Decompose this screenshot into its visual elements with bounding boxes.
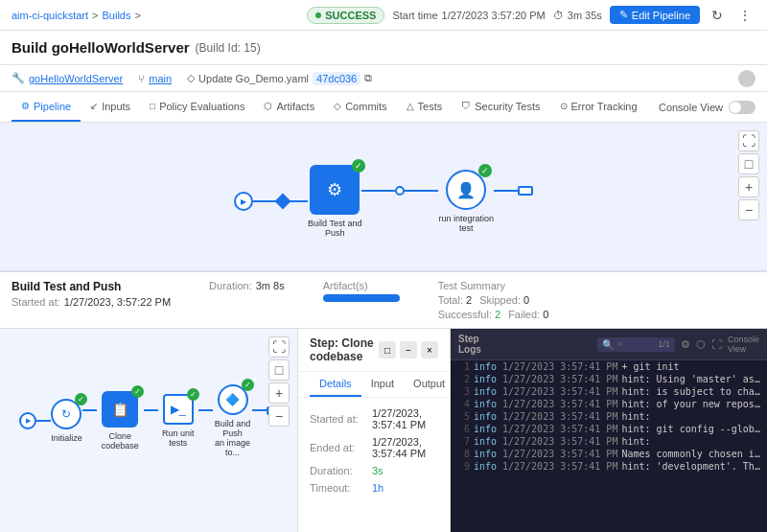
pipeline-flow-top: ▶ ⚙ ✓ Build Test andPush bbox=[0, 123, 767, 270]
logs-controls: 🔍 1/1 ⚙ ⬡ ⛶ Console View bbox=[597, 335, 759, 354]
sub-bar: 🔧 goHelloWorldServer ⑂ main ◇ Update Go_… bbox=[0, 65, 767, 92]
logs-body: 1 info 1/27/2023 3:57:41 PM + git init 2… bbox=[451, 360, 767, 532]
step-detail-title: Step: Clone codebase bbox=[310, 336, 379, 363]
pipeline-diamond-1 bbox=[277, 192, 289, 211]
lower-fullscreen-button[interactable]: ⛶ bbox=[268, 336, 290, 358]
branch-item: ⑂ main bbox=[138, 73, 172, 84]
log-msg: hint: git config --global init.defaul bbox=[621, 424, 761, 434]
log-level: info bbox=[474, 436, 499, 447]
tab-security[interactable]: ⛉ Security Tests bbox=[452, 92, 549, 122]
step-tab-details[interactable]: Details bbox=[310, 372, 361, 397]
logs-settings-button[interactable]: ⚙ bbox=[681, 338, 690, 351]
build-duration-value: 3m 8s bbox=[256, 280, 285, 291]
tab-artifacts[interactable]: ⬡ Artifacts bbox=[254, 92, 324, 122]
log-msg: Names commonly chosen instead of bbox=[621, 449, 761, 459]
tab-commits[interactable]: ◇ Commits bbox=[324, 92, 396, 122]
zoom-in-button[interactable]: + bbox=[738, 176, 759, 197]
log-msg: hint: is subject to change. To configur bbox=[621, 386, 761, 397]
build-started-value: 1/27/2023, 3:57:22 PM bbox=[64, 296, 171, 308]
nav-tabs: ⚙ Pipeline ↙ Inputs □ Policy Evaluations… bbox=[0, 92, 767, 123]
console-view-toggle-switch[interactable] bbox=[729, 101, 755, 114]
edit-pipeline-button[interactable]: ✎ Edit Pipeline bbox=[610, 6, 700, 24]
tab-artifacts-label: Artifacts bbox=[276, 101, 314, 112]
tab-error[interactable]: ⊙ Error Tracking bbox=[550, 92, 647, 122]
console-view-label: Console View bbox=[659, 102, 723, 113]
logs-console-label: Console View bbox=[728, 335, 759, 354]
start-circle: ▶ bbox=[234, 192, 253, 211]
lower-start-icon: ▶ bbox=[26, 417, 31, 425]
tab-tests[interactable]: △ Tests bbox=[397, 92, 453, 122]
more-options-button[interactable]: ⋮ bbox=[734, 6, 755, 25]
build-stage-node[interactable]: ⚙ ✓ Build Test andPush bbox=[308, 165, 361, 238]
lower-unit-node[interactable]: ▶_ ✓ Run unit tests bbox=[158, 394, 198, 448]
log-num: 1 bbox=[456, 361, 470, 372]
log-time: 1/27/2023 3:57:41 PM bbox=[502, 361, 617, 372]
test-failed: Failed: 0 bbox=[508, 309, 548, 320]
log-level: info bbox=[474, 411, 499, 422]
build-duration-row: Duration: 3m 8s bbox=[209, 280, 285, 291]
commit-msg: Update Go_Demo.yaml bbox=[198, 73, 309, 84]
duration-value: 3m 35s bbox=[568, 10, 602, 21]
log-row: 5 info 1/27/2023 3:57:41 PM hint: bbox=[451, 410, 767, 423]
log-row: 1 info 1/27/2023 3:57:41 PM + git init bbox=[451, 360, 767, 373]
title-bar: Build goHelloWorldServer (Build Id: 15) bbox=[0, 31, 767, 65]
lower-conn-2 bbox=[82, 409, 97, 411]
page-title-text: Build goHelloWorldServer bbox=[12, 39, 190, 56]
refresh-button[interactable]: ↻ bbox=[708, 6, 727, 25]
logs-title: Step Logs bbox=[458, 334, 481, 355]
lower-buildpush-node[interactable]: 🔷 ✓ Build and Pushan image to... bbox=[213, 384, 253, 457]
repo-link[interactable]: goHelloWorldServer bbox=[29, 73, 123, 84]
step-tab-input[interactable]: Input bbox=[361, 372, 404, 397]
breadcrumb-builds[interactable]: Builds bbox=[103, 10, 131, 21]
test-summary-row: Total: 2 Skipped: 0 bbox=[438, 294, 549, 306]
buildpush-label: Build and Pushan image to... bbox=[213, 419, 253, 457]
fullscreen-button[interactable]: ⛶ bbox=[738, 130, 759, 151]
run-integration-node[interactable]: 👤 ✓ run integrationtest bbox=[438, 170, 494, 233]
logs-counter: 1/1 bbox=[658, 339, 670, 349]
logs-search-box[interactable]: 🔍 1/1 bbox=[597, 337, 675, 352]
lower-init-node[interactable]: ↻ ✓ Initialize bbox=[51, 399, 82, 443]
lower-fit-button[interactable]: □ bbox=[268, 359, 290, 381]
build-stage-label: Build Test andPush bbox=[308, 219, 361, 238]
log-msg: hint: 'development'. The just-created bbox=[621, 461, 761, 472]
lower-zoom-out-button[interactable]: − bbox=[268, 405, 290, 427]
step-started-label: Started at: bbox=[310, 413, 372, 425]
branch-link[interactable]: main bbox=[149, 73, 172, 84]
tab-pipeline[interactable]: ⚙ Pipeline bbox=[12, 92, 81, 122]
log-num: 9 bbox=[456, 461, 470, 472]
tab-policy[interactable]: □ Policy Evaluations bbox=[140, 92, 254, 122]
lower-clone-node[interactable]: 📋 ✓ Clone codebase bbox=[97, 391, 144, 451]
log-msg: hint: bbox=[621, 411, 761, 422]
page-title: Build goHelloWorldServer (Build Id: 15) bbox=[12, 39, 261, 56]
zoom-out-button[interactable]: − bbox=[738, 199, 759, 220]
log-time: 1/27/2023 3:57:41 PM bbox=[502, 399, 617, 409]
logs-search-input[interactable] bbox=[616, 339, 655, 349]
status-label: SUCCESS bbox=[325, 10, 376, 21]
edit-icon: ✎ bbox=[619, 9, 628, 21]
error-icon: ⊙ bbox=[560, 101, 568, 111]
step-detail-tabs: Details Input Output bbox=[298, 372, 450, 398]
tab-commits-label: Commits bbox=[345, 101, 386, 112]
search-icon: 🔍 bbox=[602, 339, 614, 350]
breadcrumb-org[interactable]: aim-ci-quickstart bbox=[12, 10, 88, 21]
tab-inputs[interactable]: ↙ Inputs bbox=[81, 92, 140, 122]
logs-download-button[interactable]: ⬡ bbox=[696, 338, 706, 351]
breadcrumb-sep2: > bbox=[134, 10, 140, 21]
unit-label: Run unit tests bbox=[158, 428, 198, 448]
fit-button[interactable]: □ bbox=[738, 153, 759, 174]
step-expand-button[interactable]: □ bbox=[379, 341, 396, 359]
run-stage-label: run integrationtest bbox=[438, 214, 494, 233]
lower-start-node: ▶ bbox=[19, 412, 36, 429]
lower-zoom-in-button[interactable]: + bbox=[268, 382, 290, 404]
status-dot bbox=[315, 12, 321, 18]
step-close-button[interactable]: × bbox=[421, 341, 438, 359]
log-num: 3 bbox=[456, 386, 470, 397]
commit-hash[interactable]: 47dc036 bbox=[313, 72, 360, 85]
commits-icon: ◇ bbox=[334, 101, 341, 111]
step-minimize-button[interactable]: − bbox=[400, 341, 417, 359]
test-successful: Successful: 2 bbox=[438, 309, 500, 320]
step-tab-output[interactable]: Output bbox=[404, 372, 454, 397]
top-pipeline-diagram: ▶ ⚙ ✓ Build Test andPush bbox=[0, 123, 767, 271]
lower-conn-1 bbox=[36, 420, 51, 422]
logs-fullscreen-button[interactable]: ⛶ bbox=[711, 338, 722, 350]
